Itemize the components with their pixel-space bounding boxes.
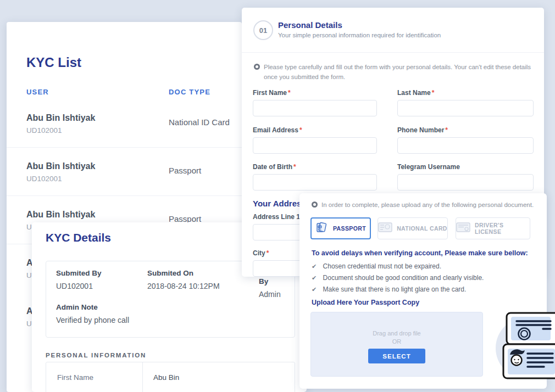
personal-information-table: First Name Abu Bin bbox=[46, 362, 295, 392]
kyc-details-title: KYC Details bbox=[46, 231, 111, 244]
id-cards-illustration bbox=[496, 305, 555, 388]
info-row-label: First Name bbox=[57, 373, 93, 382]
header-divider bbox=[242, 52, 544, 53]
info-icon bbox=[254, 64, 260, 70]
submitted-by-label: Submited By bbox=[56, 269, 102, 277]
required-marker: * bbox=[432, 89, 435, 97]
instruction-text: Document should be good condition and cl… bbox=[323, 274, 484, 282]
personal-details-subtitle: Your simple personal information require… bbox=[278, 32, 441, 38]
check-icon: ✔ bbox=[312, 286, 317, 293]
doc-option-drivers-license[interactable]: DRIVER'S LICENSE bbox=[456, 217, 530, 239]
national-card-icon bbox=[378, 222, 392, 235]
instruction-text: Make sure that there is no light glare o… bbox=[323, 285, 467, 293]
instruction-item: ✔ Make sure that there is no light glare… bbox=[312, 285, 466, 293]
drivers-license-icon bbox=[456, 222, 470, 235]
admin-note: Admin Note Verified by phone call bbox=[56, 303, 129, 325]
id-cards-graphic bbox=[496, 305, 555, 388]
table-divider bbox=[142, 362, 143, 392]
dropzone-or: OR bbox=[311, 338, 482, 345]
address-section-title: Your Address bbox=[253, 199, 306, 208]
doc-option-passport[interactable]: PASSPORT bbox=[310, 217, 371, 239]
instruction-item: ✔ Document should be good condition and … bbox=[312, 274, 484, 282]
upload-note: In order to complete, please upload any … bbox=[312, 200, 541, 210]
personal-details-title: Personal Details bbox=[278, 20, 342, 30]
last-name-label: Last Name* bbox=[397, 89, 534, 97]
dropzone-hint: Drag and drop file bbox=[311, 330, 482, 337]
email-label: Email Address* bbox=[253, 126, 377, 134]
form-note-text: Please type carefully and fill out the f… bbox=[264, 64, 531, 80]
submitted-on-label: Submited On bbox=[147, 269, 220, 277]
user-id: UD102001 bbox=[26, 126, 62, 135]
required-marker: * bbox=[445, 126, 448, 134]
doc-type-value: Passport bbox=[169, 166, 201, 175]
passport-icon bbox=[315, 221, 329, 236]
required-marker: * bbox=[293, 163, 296, 171]
first-name-field: First Name* bbox=[253, 89, 377, 116]
telegram-username-label: Telegram Username bbox=[397, 163, 534, 171]
required-marker: * bbox=[288, 89, 291, 97]
email-input[interactable] bbox=[253, 137, 377, 154]
email-field: Email Address* bbox=[253, 126, 377, 154]
user-name: Abu Bin Ishtiyak bbox=[26, 113, 95, 123]
telegram-username-field: Telegram Username bbox=[397, 163, 534, 191]
date-of-birth-field: Date of Birth* bbox=[253, 163, 377, 191]
select-file-button[interactable]: SELECT bbox=[368, 349, 425, 363]
upload-note-text: In order to complete, please upload any … bbox=[321, 201, 534, 208]
doc-option-label: DRIVER'S LICENSE bbox=[475, 222, 530, 235]
phone-field: Phone Number* bbox=[397, 126, 534, 154]
last-name-input[interactable] bbox=[397, 100, 534, 116]
doc-option-label: PASSPORT bbox=[333, 225, 366, 232]
telegram-username-input[interactable] bbox=[397, 174, 534, 191]
first-name-input[interactable] bbox=[253, 100, 377, 116]
checked-by-value: Admin bbox=[259, 290, 281, 299]
date-of-birth-label: Date of Birth* bbox=[253, 163, 377, 171]
user-name: Abu Bin Ishtiyak bbox=[26, 161, 95, 171]
date-of-birth-input[interactable] bbox=[253, 174, 377, 191]
column-header-doc-type: DOC TYPE bbox=[169, 88, 210, 96]
first-name-label: First Name* bbox=[253, 89, 377, 97]
table-row[interactable]: Abu Bin Ishtiyak UD102001 National ID Ca… bbox=[7, 108, 242, 148]
doc-option-national-card[interactable]: NATIONAL CARD bbox=[378, 217, 448, 239]
kyc-list-title: KYC List bbox=[26, 55, 81, 70]
submitted-on-value: 2018-08-24 10:12PM bbox=[147, 282, 220, 290]
info-row-value: Abu Bin bbox=[153, 373, 179, 382]
personal-information-heading: PERSONAL INFORMATION bbox=[46, 352, 146, 359]
admin-note-value: Verified by phone call bbox=[56, 316, 129, 324]
check-icon: ✔ bbox=[312, 263, 317, 270]
instruction-item: ✔ Chosen credential must not be expaired… bbox=[312, 262, 441, 270]
required-marker: * bbox=[267, 249, 269, 257]
user-name: Abu Bin Ishtiyak bbox=[26, 210, 95, 220]
submitted-by-value: UD102001 bbox=[56, 282, 93, 290]
phone-label: Phone Number* bbox=[397, 126, 534, 134]
column-header-user: USER bbox=[26, 88, 49, 96]
instruction-text: Chosen credential must not be expaired. bbox=[323, 262, 441, 270]
last-name-field: Last Name* bbox=[397, 89, 534, 116]
required-marker: * bbox=[299, 126, 302, 134]
file-dropzone[interactable]: Drag and drop file OR SELECT bbox=[310, 312, 483, 377]
table-row[interactable]: Abu Bin Ishtiyak UD102001 Passport bbox=[7, 156, 242, 196]
doc-type-value: National ID Card bbox=[169, 117, 230, 127]
doc-option-label: NATIONAL CARD bbox=[397, 225, 447, 232]
phone-input[interactable] bbox=[397, 137, 534, 154]
upload-title: Upload Here Your Passport Copy bbox=[312, 299, 419, 306]
submitted-by: Submited By UD102001 bbox=[56, 269, 102, 291]
admin-note-label: Admin Note bbox=[56, 303, 129, 311]
check-icon: ✔ bbox=[312, 275, 317, 281]
instructions-title: To avoid delays when verifying account, … bbox=[312, 249, 528, 257]
form-note: Please type carefully and fill out the f… bbox=[254, 62, 544, 82]
user-id: UD102001 bbox=[26, 175, 62, 183]
submitted-on: Submited On 2018-08-24 10:12PM bbox=[147, 269, 220, 291]
info-icon bbox=[312, 201, 318, 208]
step-number-badge: 01 bbox=[253, 20, 273, 40]
